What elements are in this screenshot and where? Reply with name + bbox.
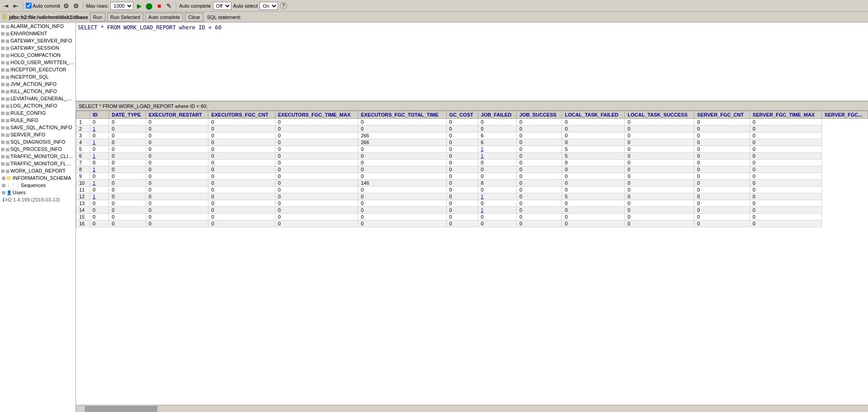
table-cell: 0 xyxy=(750,180,821,187)
expand-icon: ⊞ xyxy=(1,82,5,87)
table-cell: 0 xyxy=(694,187,750,193)
table-row: 81000000000000 xyxy=(76,166,868,173)
table-cell: 0 xyxy=(625,146,694,153)
sidebar-item-sequences[interactable]: ⊞ ⋮⋮⋮ Sequences xyxy=(0,182,75,189)
sidebar-item-kill-action-info[interactable]: ⊞ ▦ KILL_ACTION_INFO xyxy=(0,88,75,95)
sidebar-item-jvm-action-info[interactable]: ⊞ ▦ JVM_ACTION_INFO xyxy=(0,80,75,88)
sidebar-item-work-load-report[interactable]: ⊞ ▦ WORK_LOAD_REPORT xyxy=(0,167,75,174)
sidebar-item-leviathan-general-sto---[interactable]: ⊞ ▦ LEVIATHAN_GENERAL_STO... xyxy=(0,95,75,102)
table-cell: 0 xyxy=(146,153,208,159)
cell-link[interactable]: 1 xyxy=(93,194,95,199)
table-cell: 0 xyxy=(275,214,358,220)
cell-link[interactable]: 1 xyxy=(93,180,95,186)
table-cell: 0 xyxy=(517,220,562,227)
table-cell: 0 xyxy=(446,159,478,166)
tool-icon-1[interactable]: ⇥ xyxy=(2,2,10,10)
expand-icon: ⊞ xyxy=(1,96,5,101)
expand-icon-seq: ⊞ xyxy=(2,183,5,188)
cell-link[interactable]: 1 xyxy=(481,194,484,199)
expand-icon: ⊞ xyxy=(1,89,5,94)
table-cell: 0 xyxy=(562,220,625,227)
sidebar-item-gateway-session[interactable]: ⊞ ▦ GATEWAY_SESSION xyxy=(0,44,75,52)
table-cell: 0 xyxy=(109,153,146,159)
table-cell: 0 xyxy=(625,139,694,146)
tool-play[interactable]: ▶ xyxy=(135,2,143,10)
table-cell: 1 xyxy=(478,193,517,200)
table-cell: 0 xyxy=(208,220,275,227)
sidebar-item-information-schema[interactable]: ⊞ 📁 INFORMATION_SCHEMA xyxy=(0,174,75,182)
cell-link[interactable]: 1 xyxy=(481,153,484,159)
table-cell: 0 xyxy=(446,173,478,180)
max-rows-select[interactable]: 1000 xyxy=(110,2,133,10)
cell-link[interactable]: 1 xyxy=(93,126,95,131)
sidebar-item-inceptor-executor[interactable]: ⊞ ▦ INCEPTOR_EXECUTOR xyxy=(0,66,75,73)
table-cell: 0 xyxy=(625,200,694,207)
cell-link[interactable]: 1 xyxy=(93,140,95,145)
sidebar-item-label: TRAFFIC_MONITOR_FLUSH... xyxy=(10,161,75,166)
tool-icon-4[interactable]: ⚙ xyxy=(72,2,80,10)
sql-editor[interactable] xyxy=(76,23,868,102)
sidebar-item-inceptor-sql[interactable]: ⊞ ▦ INCEPTOR_SQL xyxy=(0,73,75,80)
table-cell: 0 xyxy=(275,187,358,193)
sidebar-item-label: HOLO_COMPACTION xyxy=(10,52,61,58)
sidebar-item-log-action-info[interactable]: ⊞ ▦ LOG_ACTION_INFO xyxy=(0,102,75,109)
sidebar-item-holo-compaction[interactable]: ⊞ ▦ HOLO_COMPACTION xyxy=(0,52,75,59)
sidebar-item-server-info[interactable]: ⊞ ▦ SERVER_INFO xyxy=(0,131,75,138)
clear-button[interactable]: Clear xyxy=(185,13,203,22)
sidebar-item-label: RULE_INFO xyxy=(10,117,38,123)
table-cell: 0 xyxy=(517,146,562,153)
table-cell: 0 xyxy=(478,173,517,180)
sidebar-item-sql-process-info[interactable]: ⊞ ▦ SQL_PROCESS_INFO xyxy=(0,145,75,153)
table-cell: 0 xyxy=(90,187,109,193)
table-cell: 0 xyxy=(446,146,478,153)
sidebar-item-holo-user-written-st---[interactable]: ⊞ ▦ HOLO_USER_WRITTEN_ST... xyxy=(0,59,75,66)
table-cell: 0 xyxy=(358,193,446,200)
sidebar-item-label: HOLO_USER_WRITTEN_ST... xyxy=(10,60,75,65)
sql-textarea[interactable] xyxy=(76,23,868,101)
table-cell: 0 xyxy=(146,207,208,214)
tool-icon-3[interactable]: ⚙ xyxy=(62,2,70,10)
cell-link[interactable]: 1 xyxy=(93,167,95,172)
expand-icon: ⊞ xyxy=(1,75,5,80)
cell-link[interactable]: 1 xyxy=(93,153,95,159)
auto-select-select[interactable]: On Off xyxy=(259,2,278,10)
sidebar-item-gateway-server-info[interactable]: ⊞ ▦ GATEWAY_SERVER_INFO xyxy=(0,37,75,44)
run-selected-button[interactable]: Run Selected xyxy=(107,13,143,22)
sidebar-item-traffic-monitor-flush---[interactable]: ⊞ ▦ TRAFFIC_MONITOR_FLUSH... xyxy=(0,160,75,167)
table-cell: 0 xyxy=(562,214,625,220)
cell-id: 12 xyxy=(76,193,90,200)
auto-commit-input[interactable] xyxy=(26,3,32,9)
table-cell: 0 xyxy=(208,126,275,132)
cell-id: 10 xyxy=(76,180,90,187)
sidebar-item-label: SERVER_INFO xyxy=(10,132,45,137)
tool-stop-red[interactable]: ■ xyxy=(155,2,163,10)
sidebar-item-rule-info[interactable]: ⊞ ▦ RULE_INFO xyxy=(0,117,75,124)
auto-complete-button[interactable]: Auto complete xyxy=(145,13,183,22)
sidebar-item-alarm-action-info[interactable]: ⊞ ▦ ALARM_ACTION_INFO xyxy=(0,23,75,30)
cell-link[interactable]: 1 xyxy=(481,146,484,152)
result-table-container[interactable]: IDDATE_TYPEEXECUTOR_RESTARTEXECUTORS_FGC… xyxy=(76,111,868,405)
sidebar-item-save-sql-action-info[interactable]: ⊞ ▦ SAVE_SQL_ACTION_INFO xyxy=(0,124,75,131)
cell-link[interactable]: 1 xyxy=(481,207,484,213)
auto-complete-select[interactable]: Off On xyxy=(213,2,231,10)
tool-icon-2[interactable]: ⇤ xyxy=(12,2,20,10)
table-cell: 0 xyxy=(146,200,208,207)
sidebar-item-environment[interactable]: ⊞ ▦ ENVIRONMENT xyxy=(0,30,75,37)
help-icon[interactable]: ? xyxy=(280,2,287,9)
table-icon: ▦ xyxy=(5,103,9,108)
sidebar-item-rule-config[interactable]: ⊞ ▦ RULE_CONFIG xyxy=(0,109,75,117)
table-icon: ▦ xyxy=(5,111,9,116)
run-button[interactable]: Run xyxy=(90,13,105,22)
horizontal-scrollbar[interactable] xyxy=(76,405,868,412)
sidebar-item-traffic-monitor-clien---[interactable]: ⊞ ▦ TRAFFIC_MONITOR_CLIEN... xyxy=(0,153,75,160)
table-cell: 0 xyxy=(478,220,517,227)
table-cell: 0 xyxy=(625,187,694,193)
tool-icon-5[interactable]: ✎ xyxy=(165,2,173,10)
scrollbar-thumb[interactable] xyxy=(85,406,157,412)
auto-commit-checkbox[interactable]: Auto commit xyxy=(26,3,60,9)
sidebar-item-users[interactable]: ⊞ 👤 Users xyxy=(0,189,75,196)
sidebar-item-sql-diagnosis-info[interactable]: ⊞ ▦ SQL_DIAGNOSIS_INFO xyxy=(0,138,75,145)
col-header-executor_restart: EXECUTOR_RESTART xyxy=(146,111,208,119)
table-row: 61000000105000 xyxy=(76,153,868,159)
tool-stop[interactable]: ⬤ xyxy=(145,2,153,10)
